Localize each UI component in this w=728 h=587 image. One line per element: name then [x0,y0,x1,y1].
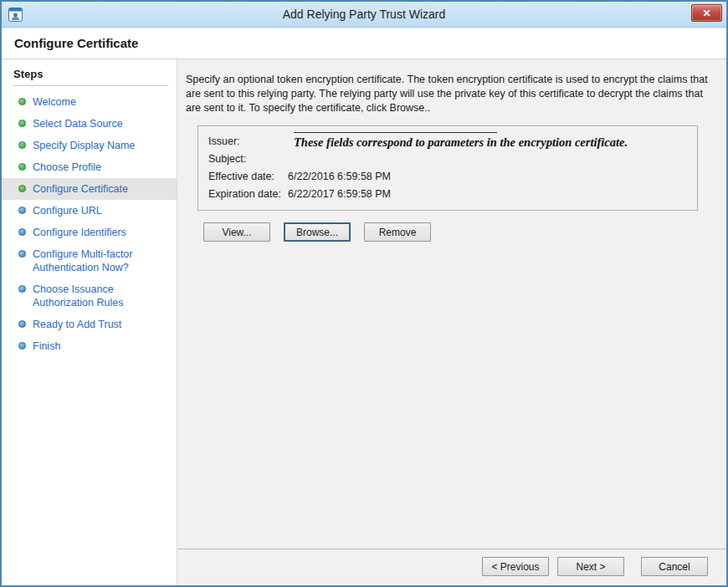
step-label: Ready to Add Trust [33,318,121,331]
step-label: Select Data Source [33,117,123,130]
step-label: Configure Multi-factor Authentication No… [33,248,172,274]
page-header: Configure Certificate [2,28,726,59]
browse-button[interactable]: Browse... [284,222,351,242]
wizard-window: Add Relying Party Trust Wizard ✕ Configu… [0,0,728,587]
field-label: Expiration date: [208,186,288,203]
step-done-bullet-icon [18,120,26,127]
titlebar: Add Relying Party Trust Wizard ✕ [2,2,726,28]
step-item[interactable]: Configure URL [2,200,177,222]
step-item[interactable]: Configure Multi-factor Authentication No… [2,243,177,278]
step-item[interactable]: Specify Display Name [2,135,177,156]
step-pending-bullet-icon [18,228,26,236]
field-label: Subject: [208,151,288,168]
field-label: Issuer: [208,133,288,151]
previous-button[interactable]: < Previous [482,557,549,576]
step-done-bullet-icon [18,141,26,149]
content-area: Steps WelcomeSelect Data SourceSpecify D… [2,59,726,585]
certificate-field-row: Effective date:6/22/2016 6:59:58 PM [208,168,697,186]
remove-button[interactable]: Remove [364,222,431,242]
step-item[interactable]: Ready to Add Trust [2,314,177,335]
step-item[interactable]: Welcome [2,91,177,113]
step-item[interactable]: Choose Issuance Authorization Rules [2,278,177,314]
step-pending-bullet-icon [18,285,26,293]
annotation-note: These fields correspond to parameters in… [294,132,689,150]
steps-list: WelcomeSelect Data SourceSpecify Display… [2,91,177,357]
field-value: 6/22/2016 6:59:58 PM [288,168,697,186]
step-label: Configure Identifiers [33,226,126,239]
step-done-bullet-icon [18,98,26,105]
step-item[interactable]: Select Data Source [2,113,177,135]
step-label: Specify Display Name [33,139,135,152]
steps-sidebar: Steps WelcomeSelect Data SourceSpecify D… [2,59,177,585]
steps-header: Steps [13,68,168,86]
certificate-group: Issuer:Subject:Effective date:6/22/2016 … [197,125,698,211]
step-pending-bullet-icon [18,207,26,214]
step-label: Configure URL [33,204,102,217]
description-text: Specify an optional token encryption cer… [186,73,711,115]
page-title: Configure Certificate [14,36,138,50]
next-button[interactable]: Next > [557,557,624,576]
step-pending-bullet-icon [18,250,26,258]
field-label: Effective date: [208,168,288,186]
certificate-actions: View... Browse... Remove [203,222,711,242]
view-button[interactable]: View... [203,222,270,242]
close-button[interactable]: ✕ [691,4,722,22]
cancel-button[interactable]: Cancel [641,557,708,576]
step-label: Configure Certificate [33,182,128,196]
field-value: 6/22/2017 6:59:58 PM [288,186,697,203]
close-icon: ✕ [702,8,710,19]
main-body: Specify an optional token encryption cer… [177,59,726,549]
field-value [288,151,697,168]
step-done-bullet-icon [18,185,26,192]
step-label: Finish [33,339,60,353]
step-label: Choose Issuance Authorization Rules [33,283,172,309]
main-panel: Specify an optional token encryption cer… [177,59,726,585]
step-pending-bullet-icon [18,320,26,328]
step-item[interactable]: Finish [2,335,177,357]
step-item[interactable]: Configure Identifiers [2,222,177,243]
app-icon [8,8,23,22]
step-done-bullet-icon [18,163,26,171]
certificate-field-row: Subject: [208,151,697,168]
step-label: Welcome [33,95,76,109]
step-label: Choose Profile [33,161,101,174]
step-item[interactable]: Configure Certificate [2,178,177,200]
step-pending-bullet-icon [18,342,26,350]
step-item[interactable]: Choose Profile [2,156,177,178]
window-title: Add Relying Party Trust Wizard [283,8,446,21]
certificate-field-row: Expiration date:6/22/2017 6:59:58 PM [208,186,697,203]
footer-bar: < Previous Next > Cancel [177,549,726,585]
